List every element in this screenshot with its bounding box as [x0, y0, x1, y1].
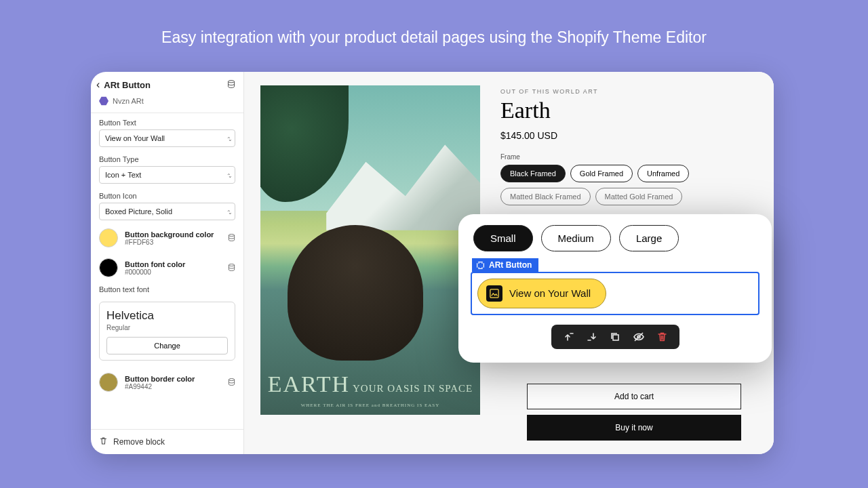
- data-source-icon[interactable]: [228, 234, 235, 243]
- select-button-type[interactable]: Icon + Text: [99, 166, 235, 184]
- svg-point-2: [229, 264, 234, 266]
- block-toolbar: [551, 325, 679, 349]
- frame-option[interactable]: Matted Black Framed: [500, 188, 591, 205]
- move-down-icon[interactable]: [587, 331, 597, 342]
- swatch-font-color[interactable]: [99, 258, 118, 277]
- frame-option[interactable]: Gold Framed: [570, 165, 633, 182]
- font-weight: Regular: [106, 324, 228, 331]
- app-name: Nvzn ARt: [113, 97, 144, 105]
- field-label-font: Button text font: [99, 285, 235, 293]
- product-vendor: OUT OF THIS WORLD ART: [500, 88, 757, 95]
- hex-border-color: #A99442: [125, 383, 221, 390]
- move-up-icon[interactable]: [564, 331, 574, 342]
- field-label-button-text: Button Text: [99, 119, 235, 127]
- field-label-button-icon: Button Icon: [99, 192, 235, 200]
- label-border-color: Button border color: [125, 375, 221, 383]
- add-to-cart-button[interactable]: Add to cart: [527, 384, 741, 409]
- select-button-icon[interactable]: Boxed Picture, Solid: [99, 203, 235, 220]
- hide-icon[interactable]: [633, 331, 645, 342]
- block-slot[interactable]: View on Your Wall: [471, 272, 760, 315]
- hex-bg-color: #FFDF63: [125, 239, 221, 246]
- label-bg-color: Button background color: [125, 230, 221, 239]
- art-button-preview[interactable]: View on Your Wall: [477, 279, 606, 308]
- frame-option[interactable]: Black Framed: [500, 165, 566, 182]
- product-price: $145.00 USD: [500, 130, 757, 141]
- hex-font-color: #000000: [125, 268, 221, 276]
- duplicate-icon[interactable]: [610, 331, 620, 342]
- label-font-color: Button font color: [125, 260, 221, 268]
- svg-rect-5: [613, 335, 618, 340]
- product-image: EARTH YOUR OASIS IN SPACE WHERE THE AIR …: [260, 85, 480, 415]
- editor-sidebar: ‹ ARt Button Nvzn ARt Button Text View o…: [91, 72, 244, 454]
- app-logo-icon: [99, 96, 108, 106]
- swatch-bg-color[interactable]: [99, 228, 118, 247]
- picture-icon: [486, 285, 502, 302]
- block-editor-overlay: Small Medium Large ARt Button View on Yo…: [458, 214, 772, 363]
- trash-icon[interactable]: [99, 436, 108, 447]
- svg-point-3: [229, 378, 234, 380]
- size-option[interactable]: Small: [473, 225, 533, 251]
- select-button-text[interactable]: View on Your Wall: [99, 129, 235, 147]
- sidebar-title: ARt Button: [104, 80, 223, 90]
- frame-option[interactable]: Matted Gold Framed: [595, 188, 683, 205]
- swatch-border-color[interactable]: [99, 373, 118, 392]
- product-title: Earth: [500, 98, 757, 123]
- data-source-icon[interactable]: [227, 80, 235, 90]
- frame-option[interactable]: Unframed: [637, 165, 689, 182]
- option-label-frame: Frame: [500, 153, 757, 161]
- delete-icon[interactable]: [657, 331, 667, 342]
- buy-now-button[interactable]: Buy it now: [527, 415, 741, 441]
- font-name: Helvetica: [106, 309, 228, 323]
- svg-rect-4: [490, 289, 498, 297]
- size-option[interactable]: Large: [619, 225, 679, 251]
- back-chevron-icon[interactable]: ‹: [96, 79, 100, 91]
- block-tag[interactable]: ARt Button: [472, 258, 538, 272]
- svg-point-1: [229, 234, 234, 236]
- data-source-icon[interactable]: [228, 378, 235, 387]
- data-source-icon[interactable]: [228, 264, 235, 272]
- marketing-headline: Easy integration with your product detai…: [0, 0, 868, 47]
- change-font-button[interactable]: Change: [106, 337, 228, 354]
- svg-point-0: [229, 80, 235, 82]
- size-option[interactable]: Medium: [541, 225, 611, 251]
- remove-block-button[interactable]: Remove block: [113, 437, 165, 447]
- field-label-button-type: Button Type: [99, 155, 235, 163]
- font-picker: Helvetica Regular Change: [99, 302, 235, 361]
